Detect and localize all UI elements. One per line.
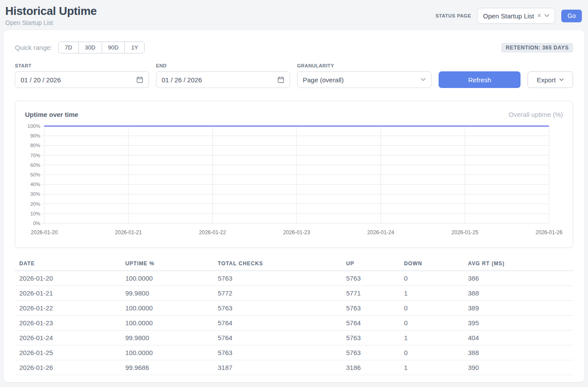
- main-panel: Quick range: 7D30D90D1Y RETENTION: 365 D…: [4, 30, 584, 382]
- quick-range-7d[interactable]: 7D: [59, 42, 78, 53]
- table-cell: 5764: [342, 316, 400, 331]
- start-label: START: [15, 63, 149, 68]
- svg-text:10%: 10%: [30, 211, 40, 216]
- go-button[interactable]: Go: [561, 10, 582, 22]
- column-header: TOTAL CHECKS: [213, 257, 342, 271]
- quick-range-90d[interactable]: 90D: [102, 42, 125, 53]
- table-cell: 100.0000: [121, 345, 213, 360]
- chart-header: Uptime over time Overall uptime (%): [25, 111, 563, 118]
- table-row: 2026-01-2499.9800576457631404: [15, 331, 573, 345]
- table-cell: 100.0000: [121, 271, 213, 286]
- end-label: END: [156, 63, 290, 68]
- svg-text:100%: 100%: [28, 123, 40, 129]
- table-cell: 5763: [342, 345, 400, 360]
- table-cell: 2026-01-21: [15, 286, 121, 301]
- table-cell: 2026-01-23: [15, 316, 121, 331]
- table-cell: 2026-01-22: [15, 301, 121, 316]
- uptime-line-chart: 0%10%20%30%40%50%60%70%80%90%100%2026-01…: [25, 123, 563, 237]
- calendar-icon[interactable]: [136, 76, 143, 83]
- table-cell: 5763: [342, 301, 400, 316]
- retention-badge: RETENTION: 365 DAYS: [501, 43, 573, 53]
- table-cell: 3187: [213, 360, 342, 375]
- page-subtitle: Open Startup List: [5, 19, 97, 26]
- table-cell: 2026-01-25: [15, 345, 121, 360]
- x-axis-label: 2026-01-22: [199, 229, 226, 236]
- column-header: DOWN: [400, 257, 464, 271]
- granularity-field: GRANULARITY Page (overall): [297, 63, 432, 88]
- table-cell: 388: [464, 286, 573, 301]
- svg-text:80%: 80%: [30, 143, 40, 148]
- svg-text:70%: 70%: [30, 153, 40, 158]
- quick-range-30d[interactable]: 30D: [78, 42, 102, 53]
- table-cell: 100.0000: [121, 316, 213, 331]
- status-page-select[interactable]: Open Startup List ×: [477, 8, 555, 24]
- table-header: DATEUPTIME %TOTAL CHECKSUPDOWNAVG RT (MS…: [15, 257, 573, 271]
- granularity-value: Page (overall): [303, 76, 344, 84]
- calendar-icon[interactable]: [277, 76, 284, 83]
- export-label: Export: [537, 76, 556, 84]
- table-cell: 5763: [342, 271, 400, 286]
- table-cell: 5771: [342, 286, 400, 301]
- x-axis-label: 2026-01-23: [283, 229, 310, 236]
- x-axis-label: 2026-01-26: [535, 229, 563, 236]
- svg-text:50%: 50%: [30, 172, 40, 177]
- svg-text:20%: 20%: [30, 201, 40, 207]
- column-header: UP: [342, 257, 400, 271]
- chevron-down-icon: [421, 78, 426, 81]
- column-header: DATE: [15, 257, 121, 271]
- svg-text:40%: 40%: [30, 182, 40, 187]
- quick-range-1y[interactable]: 1Y: [124, 42, 144, 53]
- table-cell: 1: [400, 286, 464, 301]
- table-row: 2026-01-22100.0000576357630389: [15, 301, 573, 316]
- clear-selection-icon[interactable]: ×: [537, 12, 541, 19]
- table-row: 2026-01-20100.0000576357630386: [15, 271, 573, 286]
- end-date-field: END 01 / 26 / 2026: [156, 63, 290, 88]
- table-cell: 5763: [213, 271, 342, 286]
- table-cell: 389: [464, 301, 573, 316]
- table-row: 2026-01-2199.9800577257711388: [15, 286, 573, 301]
- granularity-select[interactable]: Page (overall): [297, 71, 432, 88]
- table-cell: 99.9800: [121, 331, 213, 345]
- start-date-input[interactable]: 01 / 20 / 2026: [15, 71, 149, 88]
- table-cell: 388: [464, 345, 573, 360]
- svg-text:30%: 30%: [30, 191, 40, 197]
- x-axis-label: 2026-01-25: [451, 229, 478, 236]
- table-cell: 2026-01-24: [15, 331, 121, 345]
- table-cell: 5763: [213, 345, 342, 360]
- status-page-label: STATUS PAGE: [436, 13, 471, 18]
- quick-range-label: Quick range:: [15, 44, 52, 51]
- x-axis-label: 2026-01-21: [115, 229, 142, 236]
- column-header: AVG RT (MS): [464, 257, 573, 271]
- table-cell: 5772: [213, 286, 342, 301]
- chart-legend: Overall uptime (%): [509, 111, 563, 118]
- filter-row: START 01 / 20 / 2026 END 01 / 26 / 2026 …: [15, 63, 573, 88]
- table-cell: 99.9686: [121, 360, 213, 375]
- table-cell: 99.9800: [121, 286, 213, 301]
- page-header: Historical Uptime Open Startup List STAT…: [0, 0, 588, 30]
- table-cell: 5764: [213, 316, 342, 331]
- refresh-button[interactable]: Refresh: [439, 71, 521, 88]
- column-header: UPTIME %: [121, 257, 213, 271]
- header-actions: STATUS PAGE Open Startup List × Go: [436, 8, 582, 24]
- table-cell: 386: [464, 271, 573, 286]
- table-cell: 404: [464, 331, 573, 345]
- start-date-value: 01 / 20 / 2026: [21, 76, 61, 84]
- quick-range-group: 7D30D90D1Y: [58, 42, 145, 53]
- table-cell: 5763: [342, 331, 400, 345]
- page-title: Historical Uptime: [5, 4, 97, 18]
- chevron-down-icon: [559, 78, 564, 81]
- table-cell: 5763: [213, 301, 342, 316]
- svg-text:0%: 0%: [33, 221, 40, 226]
- export-button[interactable]: Export: [528, 71, 573, 88]
- table-cell: 0: [400, 271, 464, 286]
- table-cell: 0: [400, 345, 464, 360]
- table-cell: 1: [400, 360, 464, 375]
- table-cell: 3186: [342, 360, 400, 375]
- end-date-input[interactable]: 01 / 26 / 2026: [156, 71, 290, 88]
- svg-text:60%: 60%: [30, 162, 40, 168]
- quick-range-row: Quick range: 7D30D90D1Y RETENTION: 365 D…: [15, 42, 573, 53]
- table-cell: 100.0000: [121, 301, 213, 316]
- end-date-value: 01 / 26 / 2026: [162, 76, 202, 84]
- x-axis-label: 2026-01-20: [31, 229, 58, 236]
- table-cell: 390: [464, 360, 573, 375]
